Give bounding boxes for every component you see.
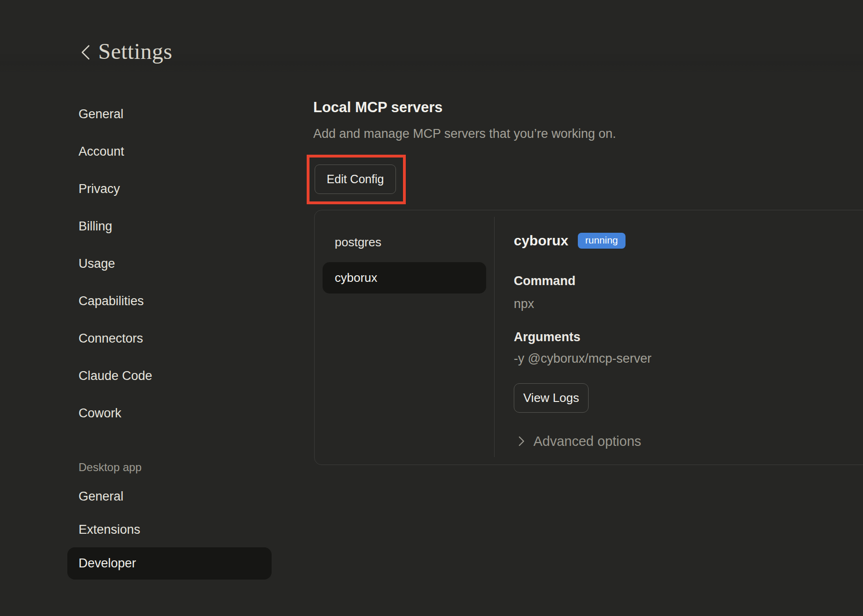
server-list: postgres cyborux	[323, 229, 486, 300]
command-label: Command	[514, 274, 575, 288]
sidebar-item-connectors[interactable]: Connectors	[56, 320, 272, 357]
sidebar-item-desktop-general[interactable]: General	[56, 480, 272, 513]
arguments-label: Arguments	[514, 330, 581, 344]
server-list-item-postgres[interactable]: postgres	[323, 229, 486, 256]
view-logs-button[interactable]: View Logs	[514, 383, 589, 413]
server-list-item-cyborux[interactable]: cyborux	[323, 262, 486, 294]
back-button[interactable]	[79, 42, 93, 63]
sidebar-item-general[interactable]: General	[56, 95, 272, 133]
sidebar-item-privacy[interactable]: Privacy	[56, 170, 272, 208]
command-value: npx	[514, 297, 534, 311]
sidebar-item-billing[interactable]: Billing	[56, 208, 272, 245]
server-detail-header: cyborux running	[514, 232, 626, 250]
edit-config-button[interactable]: Edit Config	[315, 165, 396, 194]
section-subtitle: Add and manage MCP servers that you’re w…	[313, 126, 616, 141]
mcp-servers-panel: postgres cyborux cyborux running Command…	[314, 210, 863, 465]
sidebar-item-capabilities[interactable]: Capabilities	[56, 282, 272, 320]
sidebar-item-claude-code[interactable]: Claude Code	[56, 357, 272, 394]
sidebar-item-extensions[interactable]: Extensions	[56, 513, 272, 546]
sidebar-item-developer[interactable]: Developer	[67, 547, 272, 580]
advanced-options-label: Advanced options	[533, 434, 641, 449]
status-badge: running	[578, 233, 626, 249]
advanced-options-toggle[interactable]: Advanced options	[517, 433, 641, 450]
sidebar-nav: General Account Privacy Billing Usage Ca…	[56, 95, 272, 432]
sidebar-item-cowork[interactable]: Cowork	[56, 394, 272, 432]
section-title: Local MCP servers	[313, 99, 443, 116]
sidebar-desktop-section: Desktop app General Extensions Developer	[56, 460, 272, 580]
panel-divider	[494, 217, 495, 457]
server-name: cyborux	[514, 233, 568, 249]
arguments-value: -y @cyborux/mcp-server	[514, 351, 651, 365]
chevron-left-icon	[80, 44, 91, 61]
sidebar-item-usage[interactable]: Usage	[56, 245, 272, 282]
desktop-app-section-label: Desktop app	[56, 460, 272, 475]
sidebar-item-account[interactable]: Account	[56, 133, 272, 170]
page-title: Settings	[98, 38, 173, 64]
chevron-right-icon	[517, 435, 526, 448]
